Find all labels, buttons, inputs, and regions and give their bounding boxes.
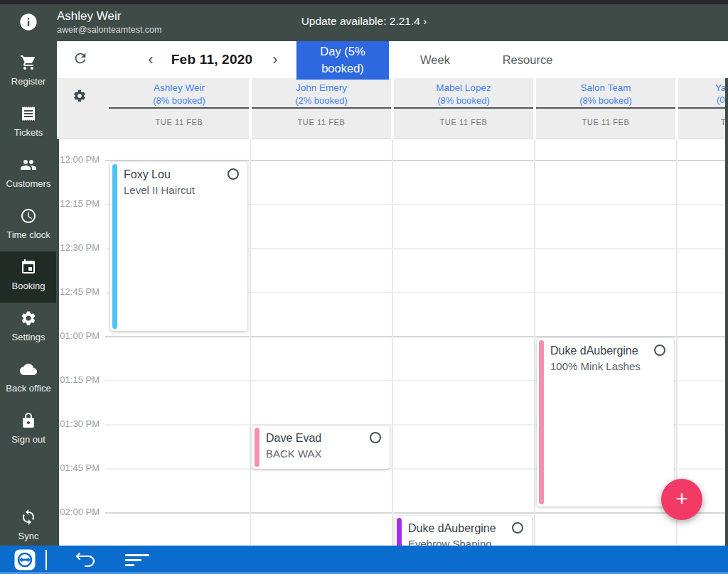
sidebar-item-label: Back office: [0, 383, 57, 394]
sidebar-item-label: Time clock: [0, 229, 57, 240]
staff-name: Ashley Weir: [108, 82, 250, 94]
sidebar-item-sign-out[interactable]: Sign out: [0, 405, 57, 456]
time-label: 12:15 PM: [57, 197, 100, 210]
tab-resource[interactable]: Resource: [481, 41, 574, 78]
header-column-divider: [533, 78, 536, 139]
column-underline: [109, 107, 250, 109]
column-divider: [392, 139, 393, 546]
sidebar-item-label: Booking: [0, 281, 57, 291]
sidebar-item-booking[interactable]: Booking: [0, 251, 57, 303]
sidebar-item-label: Register: [0, 76, 57, 87]
column-underline: [393, 107, 534, 109]
sidebar-item-label: Sign out: [0, 434, 57, 445]
appointment-service: BACK WAX: [266, 448, 322, 460]
sort-icon[interactable]: [125, 554, 149, 566]
time-label: 12:30 PM: [57, 242, 100, 254]
appointment-service: Level II Haircut: [124, 184, 195, 196]
back-arrow-icon[interactable]: [75, 551, 95, 569]
appointment-card[interactable]: Foxy Lou Level II Haircut: [110, 162, 247, 331]
sidebar-item-tickets[interactable]: Tickets: [0, 98, 57, 149]
sidebar-item-back-office[interactable]: Back office: [0, 354, 57, 405]
sidebar-item-customers[interactable]: Customers: [0, 149, 57, 200]
sidebar-item-label: Customers: [0, 178, 57, 189]
grid-hour-line: [105, 336, 728, 337]
staff-column-header-salon-team[interactable]: Salon Team (8% booked) TUE 11 FEB: [535, 78, 677, 139]
appointment-card[interactable]: Dave Evad BACK WAX: [252, 426, 390, 469]
time-label: 02:00 PM: [57, 506, 100, 519]
column-date: TUE 11 FEB: [392, 118, 535, 126]
appointment-customer: Duke dAubergine: [550, 345, 638, 357]
sync-icon: [20, 509, 37, 526]
sidebar-item-label: Settings: [0, 332, 57, 342]
staff-header: Ashley Weir (8% booked) TUE 11 FEB John …: [57, 78, 728, 139]
gear-icon: [20, 310, 37, 327]
tab-week[interactable]: Week: [389, 41, 481, 78]
column-underline: [678, 107, 728, 109]
column-underline: [251, 107, 392, 109]
column-divider: [534, 139, 535, 546]
staff-booked-percent: (8% booked): [392, 94, 535, 107]
appointment-customer: Dave Evad: [266, 432, 321, 445]
bottom-toolbar: [0, 546, 728, 574]
refresh-icon[interactable]: [73, 50, 88, 66]
appointment-accent-bar: [112, 164, 117, 329]
staff-name: John Emery: [250, 82, 392, 94]
cart-icon: [20, 54, 37, 71]
status-circle-icon[interactable]: [654, 345, 665, 356]
lock-icon: [20, 412, 37, 429]
time-label: 01:00 PM: [57, 330, 100, 342]
appointment-card[interactable]: Duke dAubergine 100% Mink Lashes: [537, 338, 674, 507]
staff-booked-percent: (8% booked): [108, 94, 250, 107]
staff-name: Salon Team: [535, 82, 677, 94]
column-divider: [250, 139, 251, 546]
next-day-button[interactable]: ›: [266, 49, 284, 70]
grid-hour-line: [105, 512, 728, 514]
sidebar-item-label: Tickets: [0, 127, 57, 138]
staff-booked-percent: (2% booked): [250, 94, 392, 107]
gear-icon[interactable]: [73, 89, 87, 103]
toolbar-divider: [46, 550, 47, 570]
column-underline: [535, 107, 676, 109]
column-date: TUE 11 FEB: [250, 118, 392, 126]
status-circle-icon[interactable]: [228, 168, 239, 180]
header-column-divider: [675, 78, 678, 139]
sidebar-item-time-clock[interactable]: Time clock: [0, 200, 57, 251]
people-icon: [20, 156, 37, 173]
calendar-icon: [20, 259, 37, 276]
remote-session-icon[interactable]: [14, 549, 36, 570]
update-notice-link[interactable]: Update available: 2.21.4 ›: [0, 15, 728, 28]
column-date: TUE 11 FEB: [108, 118, 250, 126]
app-header: Ashley Weir aweir@salonteamtest.com Upda…: [0, 4, 728, 41]
staff-column-header-mabel-lopez[interactable]: Mabel Lopez (8% booked) TUE 11 FEB: [392, 78, 535, 139]
time-label: 01:30 PM: [57, 418, 100, 430]
tab-day[interactable]: Day (5% booked): [296, 41, 389, 80]
date-label[interactable]: Feb 11, 2020: [158, 52, 266, 67]
status-circle-icon[interactable]: [370, 432, 381, 443]
sidebar-item-register[interactable]: Register: [0, 47, 57, 98]
cloud-icon: [20, 361, 37, 378]
time-label: 01:45 PM: [57, 462, 100, 475]
status-circle-icon[interactable]: [512, 522, 523, 534]
clock-icon: [20, 207, 37, 224]
sidebar-item-settings[interactable]: Settings: [0, 303, 57, 354]
add-appointment-fab[interactable]: +: [661, 479, 702, 520]
sidebar-item-label: Sync: [0, 531, 57, 541]
header-column-divider: [391, 78, 394, 139]
appointment-accent-bar: [539, 340, 544, 504]
time-label: 12:00 PM: [57, 153, 100, 166]
staff-column-header-ashley-weir[interactable]: Ashley Weir (8% booked) TUE 11 FEB: [108, 78, 250, 139]
appointment-service: 100% Mink Lashes: [550, 360, 641, 372]
calendar-toolbar: ‹ Feb 11, 2020 › Day (5% booked) Week Re…: [57, 41, 728, 78]
sidebar: Register Tickets Customers Time clock Bo…: [0, 41, 57, 546]
staff-column-header-john-emery[interactable]: John Emery (2% booked) TUE 11 FEB: [250, 78, 392, 139]
time-label: 12:45 PM: [57, 286, 100, 298]
receipt-icon: [20, 105, 37, 122]
salon-booking-app: Ashley Weir aweir@salonteamtest.com Upda…: [0, 0, 728, 574]
appointment-customer: Foxy Lou: [124, 168, 171, 181]
staff-booked-percent-clipped: (0: [717, 94, 725, 105]
right-edge-strip: [725, 78, 728, 546]
grid-hour-line: [105, 160, 728, 161]
left-edge-strip: [56, 139, 59, 546]
staff-name: Mabel Lopez: [392, 82, 535, 94]
time-label: 01:15 PM: [57, 374, 100, 386]
